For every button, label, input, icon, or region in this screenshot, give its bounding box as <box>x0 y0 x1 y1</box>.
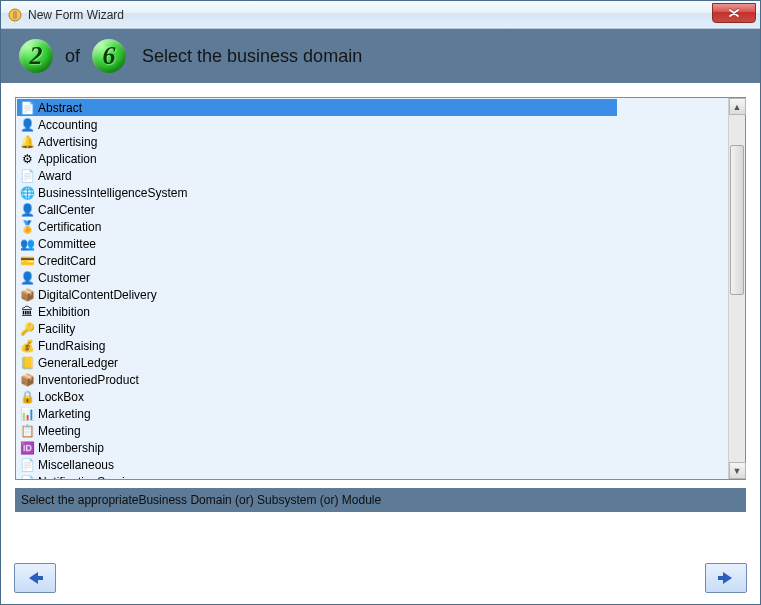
item-label: InventoriedProduct <box>38 373 139 387</box>
scroll-down-button[interactable]: ▼ <box>729 462 746 479</box>
item-label: Committee <box>38 237 96 251</box>
item-label: Customer <box>38 271 90 285</box>
item-icon: 💰 <box>19 338 35 354</box>
item-label: Membership <box>38 441 104 455</box>
item-label: NotificationService <box>38 475 137 480</box>
step-current-number: 2 <box>30 41 43 71</box>
item-icon: 💳 <box>19 253 35 269</box>
svg-marker-2 <box>29 572 43 584</box>
item-label: Advertising <box>38 135 97 149</box>
item-label: Marketing <box>38 407 91 421</box>
list-item[interactable]: 📦DigitalContentDelivery <box>17 286 728 303</box>
list-item[interactable]: 👤CallCenter <box>17 201 728 218</box>
svg-marker-3 <box>718 572 732 584</box>
item-label: CreditCard <box>38 254 96 268</box>
list-item[interactable]: 🌐BusinessIntelligenceSystem <box>17 184 728 201</box>
item-icon: 🌐 <box>19 185 35 201</box>
item-icon: 🔒 <box>19 389 35 405</box>
list-item[interactable]: 📄Miscellaneous <box>17 456 728 473</box>
item-icon: 🔔 <box>19 134 35 150</box>
hint-bar: Select the appropriateBusiness Domain (o… <box>15 488 746 512</box>
titlebar: New Form Wizard <box>1 1 760 29</box>
item-icon: 🆔 <box>19 440 35 456</box>
item-icon: 📦 <box>19 287 35 303</box>
list-item[interactable]: 📊Marketing <box>17 405 728 422</box>
list-item[interactable]: 📄Abstract <box>17 99 617 116</box>
item-label: FundRaising <box>38 339 105 353</box>
list-inner: 📄Abstract👤Accounting🔔Advertising⚙Applica… <box>16 98 728 479</box>
item-icon: 🔑 <box>19 321 35 337</box>
list-item[interactable]: 📒GeneralLedger <box>17 354 728 371</box>
item-label: Certification <box>38 220 101 234</box>
item-icon: 📄 <box>19 457 35 473</box>
svg-rect-1 <box>13 11 17 19</box>
list-item[interactable]: 🏛Exhibition <box>17 303 728 320</box>
list-item[interactable]: 🏅Certification <box>17 218 728 235</box>
item-icon: 📄 <box>19 100 35 116</box>
item-label: LockBox <box>38 390 84 404</box>
item-label: Accounting <box>38 118 97 132</box>
item-label: Meeting <box>38 424 81 438</box>
scroll-thumb[interactable] <box>730 145 744 295</box>
arrow-left-icon <box>26 570 44 586</box>
item-icon: 📄 <box>19 168 35 184</box>
item-label: Exhibition <box>38 305 90 319</box>
next-button[interactable] <box>705 563 747 593</box>
list-item[interactable]: 💰FundRaising <box>17 337 728 354</box>
step-total-badge: 6 <box>92 39 126 73</box>
item-label: Miscellaneous <box>38 458 114 472</box>
item-icon: 🏛 <box>19 304 35 320</box>
step-current-badge: 2 <box>19 39 53 73</box>
item-label: Abstract <box>38 101 82 115</box>
close-button[interactable] <box>712 3 756 23</box>
list-item[interactable]: 🔒LockBox <box>17 388 728 405</box>
window-title: New Form Wizard <box>28 8 124 22</box>
list-item[interactable]: ⚙Application <box>17 150 728 167</box>
list-item[interactable]: 👤Accounting <box>17 116 728 133</box>
item-label: CallCenter <box>38 203 95 217</box>
arrow-right-icon <box>717 570 735 586</box>
close-icon <box>729 9 739 17</box>
list-item[interactable]: 📋Meeting <box>17 422 728 439</box>
list-item[interactable]: 📄NotificationService <box>17 473 728 479</box>
scrollbar[interactable]: ▲ ▼ <box>728 98 745 479</box>
item-icon: 👥 <box>19 236 35 252</box>
item-label: Facility <box>38 322 75 336</box>
step-of-label: of <box>65 46 80 67</box>
item-icon: 👤 <box>19 202 35 218</box>
back-button[interactable] <box>14 563 56 593</box>
item-icon: 👤 <box>19 117 35 133</box>
wizard-step-title: Select the business domain <box>142 46 362 67</box>
list-item[interactable]: 👤Customer <box>17 269 728 286</box>
nav-row <box>14 563 747 593</box>
list-item[interactable]: 📄Award <box>17 167 728 184</box>
list-item[interactable]: 👥Committee <box>17 235 728 252</box>
item-icon: 📊 <box>19 406 35 422</box>
item-icon: 📋 <box>19 423 35 439</box>
item-label: GeneralLedger <box>38 356 118 370</box>
item-icon: 📦 <box>19 372 35 388</box>
item-icon: 📒 <box>19 355 35 371</box>
wizard-header: 2 of 6 Select the business domain <box>1 29 760 83</box>
scroll-up-button[interactable]: ▲ <box>729 98 746 115</box>
domain-listbox[interactable]: 📄Abstract👤Accounting🔔Advertising⚙Applica… <box>15 97 746 480</box>
app-icon <box>7 7 23 23</box>
item-label: Application <box>38 152 97 166</box>
item-icon: 📄 <box>19 474 35 480</box>
content-area: 📄Abstract👤Accounting🔔Advertising⚙Applica… <box>1 83 760 484</box>
item-icon: 🏅 <box>19 219 35 235</box>
list-item[interactable]: 📦InventoriedProduct <box>17 371 728 388</box>
list-item[interactable]: 🆔Membership <box>17 439 728 456</box>
step-total-number: 6 <box>103 41 116 71</box>
list-item[interactable]: 🔑Facility <box>17 320 728 337</box>
list-item[interactable]: 🔔Advertising <box>17 133 728 150</box>
item-label: DigitalContentDelivery <box>38 288 157 302</box>
item-label: Award <box>38 169 72 183</box>
item-icon: ⚙ <box>19 151 35 167</box>
item-icon: 👤 <box>19 270 35 286</box>
scroll-track[interactable] <box>729 115 745 462</box>
list-item[interactable]: 💳CreditCard <box>17 252 728 269</box>
item-label: BusinessIntelligenceSystem <box>38 186 187 200</box>
